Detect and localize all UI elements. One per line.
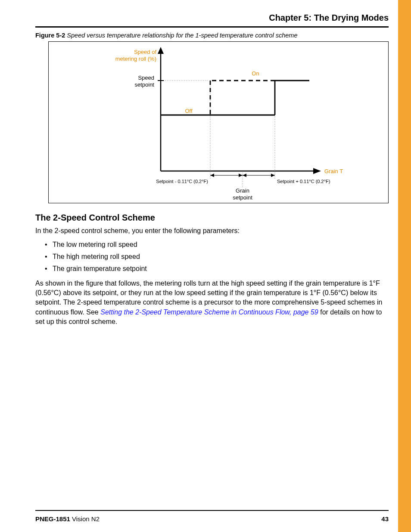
figure-caption-text: Speed versus temperature relationship fo… (67, 32, 297, 39)
section-heading: The 2-Speed Control Scheme (35, 213, 389, 223)
figure-5-2: Speed of metering roll (%) Grain T Speed… (48, 41, 389, 203)
tick-right-label: Setpoint + 0.11°C (0.2°F) (277, 179, 330, 184)
list-item: The high metering roll speed (35, 252, 389, 261)
content-area: Chapter 5: The Drying Modes Figure 5-2 S… (35, 13, 389, 331)
svg-marker-3 (313, 168, 321, 174)
speed-vs-temp-diagram: Speed of metering roll (%) Grain T Speed… (49, 42, 388, 203)
list-item: The grain temperature setpoint (35, 264, 389, 274)
explanation-paragraph: As shown in the figure that follows, the… (35, 279, 389, 326)
grain-setpoint-label-2: setpoint (233, 194, 252, 201)
x-axis-label: Grain T (324, 168, 343, 174)
speed-setpoint-label-2: setpoint (134, 81, 154, 88)
svg-marker-15 (210, 174, 214, 177)
grain-setpoint-label-1: Grain (236, 187, 249, 194)
list-item: The low metering roll speed (35, 240, 389, 249)
figure-caption: Figure 5-2 Speed versus temperature rela… (35, 32, 389, 39)
intro-paragraph: In the 2-speed control scheme, you enter… (35, 226, 389, 236)
page: Chapter 5: The Drying Modes Figure 5-2 S… (0, 0, 411, 532)
header-rule (35, 26, 389, 28)
svg-marker-16 (239, 174, 243, 177)
page-footer: PNEG-1851 Vision N2 43 (35, 510, 389, 523)
on-label: On (252, 70, 259, 77)
figure-label: Figure 5-2 (35, 32, 65, 39)
svg-marker-1 (158, 47, 164, 54)
page-number: 43 (381, 515, 389, 523)
svg-marker-18 (243, 174, 246, 177)
speed-setpoint-label-1: Speed (138, 75, 154, 81)
y-axis-label-1: Speed of (134, 49, 156, 55)
chapter-title: Chapter 5: The Drying Modes (35, 13, 389, 23)
side-accent-bar (398, 0, 411, 532)
cross-reference-link[interactable]: Setting the 2-Speed Temperature Scheme i… (100, 308, 318, 316)
doc-code: PNEG-1851 (35, 515, 70, 523)
document-id: PNEG-1851 Vision N2 (35, 515, 100, 523)
doc-title: Vision N2 (72, 515, 100, 523)
off-label: Off (185, 108, 192, 114)
parameter-list: The low metering roll speed The high met… (35, 240, 389, 274)
tick-left-label: Setpoint - 0.11°C (0.2°F) (156, 179, 208, 184)
footer-rule (35, 510, 389, 511)
svg-marker-19 (271, 174, 275, 177)
y-axis-label-2: metering roll (%) (115, 56, 156, 62)
